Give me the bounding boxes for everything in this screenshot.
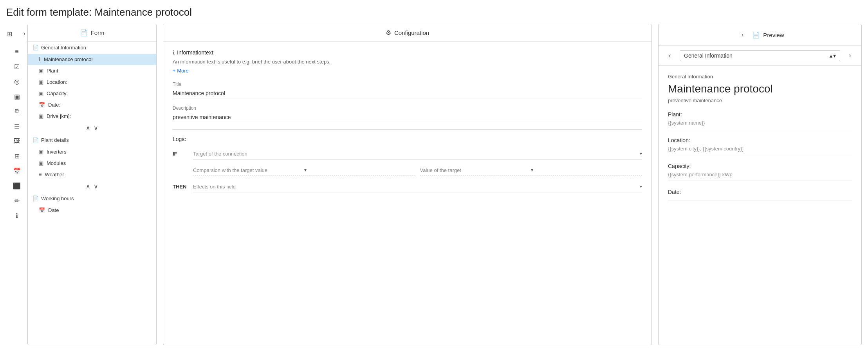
preview-field-location: Location: {{system.city}}, {{system.coun… xyxy=(668,137,852,155)
preview-panel: › 📄 Preview ‹ General Information ▴ ▾ › … xyxy=(658,24,862,345)
preview-field-date: Date: xyxy=(668,189,852,201)
item-label: Plant: xyxy=(47,68,60,74)
informationtext-description: An information text is useful to e.g. br… xyxy=(173,58,642,66)
section-general-information: 📄 General Information xyxy=(28,42,156,54)
item-lines-icon: ≡ xyxy=(39,172,42,177)
title-field: Title xyxy=(173,81,642,98)
title-input[interactable] xyxy=(173,89,642,98)
if-chevron-icon: ▾ xyxy=(640,151,642,156)
puzzle-icon[interactable]: ⊞ xyxy=(3,27,16,40)
form-item-modules[interactable]: ▣ Modules xyxy=(28,157,156,169)
reorder-up-btn[interactable]: ∧ xyxy=(86,183,90,190)
preview-title: Maintenance protocol xyxy=(668,83,852,95)
section-icon: 📄 xyxy=(32,137,39,143)
radio-icon[interactable]: ◎ xyxy=(10,75,23,88)
page-title: Edit form template: Maintenance protocol xyxy=(6,6,862,18)
form-panel-list: 📄 General Information ℹ Maintenance prot… xyxy=(28,42,156,345)
comparison-row: Comparsion with the target value ▾ Value… xyxy=(193,165,642,176)
form-item-inverters[interactable]: ▣ Inverters xyxy=(28,146,156,157)
item-info-icon: ℹ xyxy=(39,56,41,62)
form-item-weather[interactable]: ≡ Weather xyxy=(28,169,156,180)
preview-section-label: General Information xyxy=(668,74,852,80)
form-item-date[interactable]: 📅 Date: xyxy=(28,99,156,110)
reorder-plant: ∧ ∨ xyxy=(28,180,156,192)
form-panel-title: Form xyxy=(91,29,105,36)
item-square-icon: ▣ xyxy=(39,91,43,96)
image-icon[interactable]: 🖼 xyxy=(10,134,23,148)
item-square-icon: ▣ xyxy=(39,160,43,166)
form-panel: 📄 Form 📄 General Information ℹ Maintenan… xyxy=(27,24,157,345)
comparison-chevron-icon: ▾ xyxy=(304,165,415,175)
config-gear-icon: ⚙ xyxy=(386,29,391,36)
then-label: THEN xyxy=(173,184,188,190)
info-circle-icon: ℹ xyxy=(173,49,175,56)
item-square-icon: ▣ xyxy=(39,149,43,155)
qr-icon[interactable]: ⬛ xyxy=(10,179,23,192)
config-panel: ⚙ Configuration ℹ Informationtext An inf… xyxy=(163,24,652,345)
reorder-down-btn[interactable]: ∨ xyxy=(94,183,98,190)
config-panel-body: ℹ Informationtext An information text is… xyxy=(163,42,651,345)
preview-expand-icon[interactable]: › xyxy=(736,28,749,42)
preview-field-date-label: Date: xyxy=(668,189,852,195)
preview-nav-select[interactable]: General Information ▴ ▾ xyxy=(680,50,840,61)
if-label: IF xyxy=(173,151,188,157)
if-select-wrapper: Target of the connection ▾ xyxy=(193,148,642,159)
preview-doc-icon: 📄 xyxy=(752,31,760,39)
edit-icon[interactable]: ✏ xyxy=(10,194,23,207)
preview-nav-next[interactable]: › xyxy=(843,49,857,62)
logic-title: Logic xyxy=(173,136,642,142)
then-select-wrapper: Effects on this field ▾ xyxy=(193,181,642,192)
more-link[interactable]: + More xyxy=(173,68,189,74)
preview-field-location-value: {{system.city}}, {{system.country}} xyxy=(668,146,852,155)
checkbox-icon[interactable]: ☑ xyxy=(10,60,23,73)
section-label: General Information xyxy=(41,45,86,51)
reorder-up-btn[interactable]: ∧ xyxy=(86,124,90,132)
info-icon[interactable]: ℹ xyxy=(10,209,23,222)
preview-panel-title: Preview xyxy=(763,32,784,38)
form-item-plant[interactable]: ▣ Plant: xyxy=(28,65,156,76)
comparison-select: Comparsion with the target value ▾ xyxy=(193,165,415,176)
config-panel-header: ⚙ Configuration xyxy=(163,24,651,42)
if-select[interactable]: Target of the connection xyxy=(193,148,640,159)
item-label: Modules xyxy=(47,160,66,166)
section-plant-details: 📄 Plant details xyxy=(28,134,156,146)
then-row: THEN Effects on this field ▾ xyxy=(173,181,642,192)
form-item-location[interactable]: ▣ Location: xyxy=(28,76,156,88)
target-chevron-icon: ▾ xyxy=(531,165,642,175)
form-item-drive-km[interactable]: ▣ Drive [km]: xyxy=(28,110,156,122)
preview-nav-select-value: General Information xyxy=(684,52,733,59)
table-icon[interactable]: ⊞ xyxy=(10,149,23,163)
reorder-down-btn[interactable]: ∨ xyxy=(94,124,98,132)
title-label: Title xyxy=(173,81,642,87)
target-value-select: Value of the target ▾ xyxy=(420,165,642,176)
section-icon: 📄 xyxy=(32,45,39,51)
preview-field-location-label: Location: xyxy=(668,137,852,143)
item-label: Inverters xyxy=(47,149,67,155)
icon-toolbar: ⊞ › ≡ ☑ ◎ ▣ ⧉ ☰ 🖼 ⊞ 📅 ⬛ ✏ ℹ xyxy=(6,24,27,345)
list-icon[interactable]: ☰ xyxy=(10,119,23,133)
preview-field-capacity: Capacity: {{system.performance}} kWp xyxy=(668,163,852,181)
form-panel-header: 📄 Form xyxy=(28,24,156,42)
preview-field-capacity-value: {{system.performance}} kWp xyxy=(668,172,852,181)
form-item-capacity[interactable]: ▣ Capacity: xyxy=(28,88,156,99)
if-row: IF Target of the connection ▾ xyxy=(173,148,642,159)
section-label: Plant details xyxy=(41,137,69,143)
form-item-maintenance-protocol[interactable]: ℹ Maintenance protocol xyxy=(28,54,156,65)
item-square-icon: ▣ xyxy=(39,113,43,119)
item-label: Weather xyxy=(45,172,64,177)
preview-nav-bar: ‹ General Information ▴ ▾ › xyxy=(659,46,861,66)
preview-nav-prev[interactable]: ‹ xyxy=(663,49,677,62)
then-select[interactable]: Effects on this field xyxy=(193,181,640,192)
preview-subtitle: preventive maintenance xyxy=(668,98,852,103)
item-label: Capacity: xyxy=(47,91,68,96)
form-item-date2[interactable]: 📅 Date xyxy=(28,205,156,216)
preview-select-down-icon: ▾ xyxy=(833,52,836,59)
description-input[interactable] xyxy=(173,112,642,122)
informationtext-label: Informationtext xyxy=(177,49,213,56)
layers-icon[interactable]: ⧉ xyxy=(10,105,23,118)
square-icon[interactable]: ▣ xyxy=(10,90,23,103)
menu-icon[interactable]: ≡ xyxy=(10,45,23,58)
item-label: Date xyxy=(48,207,59,213)
calendar-icon[interactable]: 📅 xyxy=(10,164,23,177)
item-label: Maintenance protocol xyxy=(44,56,92,62)
